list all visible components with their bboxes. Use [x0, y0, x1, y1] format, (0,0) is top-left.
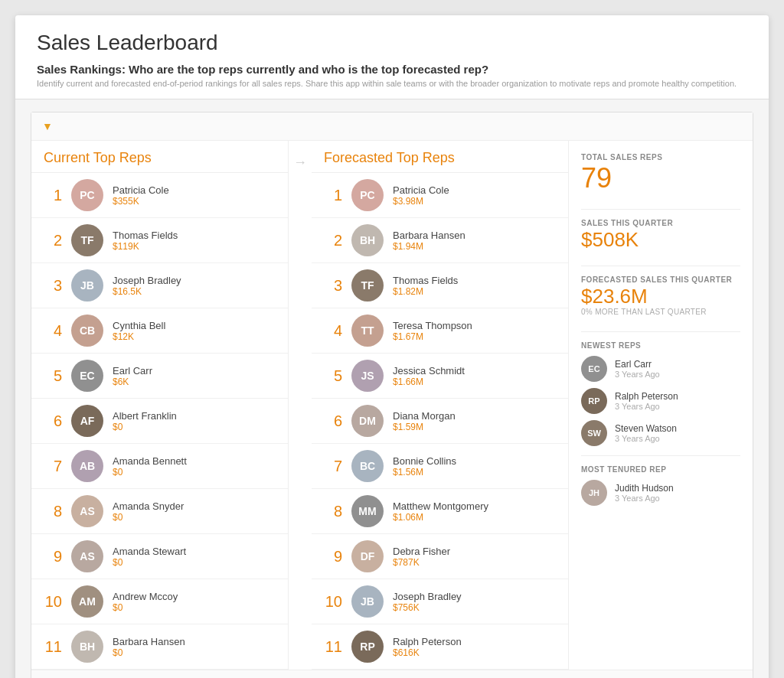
avatar: TF	[71, 224, 103, 256]
avatar: AF	[71, 405, 103, 437]
avatar: JS	[351, 360, 384, 392]
avatar: TT	[351, 315, 384, 347]
rep-rank: 9	[42, 548, 62, 566]
list-item: EC Earl Carr 3 Years Ago	[581, 356, 740, 382]
list-item[interactable]: 8 MM Matthew Montgomery $1.06M	[312, 489, 568, 534]
rep-time: 3 Years Ago	[615, 434, 677, 443]
col-current: Current Top Reps 1 PC Patricia Cole $355…	[31, 141, 289, 670]
rep-name: Albert Franklin	[113, 410, 177, 422]
rep-value: $1.66M	[393, 376, 465, 387]
app-subtitle: Sales Rankings: Who are the top reps cur…	[37, 63, 747, 76]
list-item[interactable]: 9 DF Debra Fisher $787K	[312, 534, 568, 579]
rep-name: Matthew Montgomery	[393, 500, 488, 512]
rep-name: Thomas Fields	[113, 230, 178, 241]
rep-info: Diana Morgan $1.59M	[393, 410, 456, 432]
list-item[interactable]: 2 TF Thomas Fields $119K	[31, 218, 288, 263]
side-rep-info: Ralph Peterson 3 Years Ago	[615, 391, 678, 411]
avatar: EC	[71, 360, 103, 392]
rep-rank: 4	[322, 322, 342, 340]
list-item[interactable]: 10 JB Joseph Bradley $756K	[312, 579, 568, 624]
rep-name: Joseph Bradley	[113, 275, 181, 286]
list-item: SW Steven Watson 3 Years Ago	[581, 420, 740, 446]
forecasted-reps-title: Forecasted Top Reps	[312, 141, 568, 173]
rep-rank: 6	[42, 412, 62, 430]
list-item[interactable]: 1 PC Patricia Cole $355K	[31, 173, 288, 218]
forecasted-sales-label: FORECASTED SALES THIS QUARTER	[581, 275, 740, 284]
total-reps-block: TOTAL SALES REPS 79	[581, 153, 740, 194]
rep-rank: 1	[322, 187, 342, 204]
list-item[interactable]: 4 TT Teresa Thompson $1.67M	[312, 308, 568, 354]
list-item[interactable]: 8 AS Amanda Snyder $0	[31, 489, 288, 534]
list-item[interactable]: 11 RP Ralph Peterson $616K	[312, 624, 568, 670]
list-item[interactable]: 3 TF Thomas Fields $1.82M	[312, 263, 568, 308]
rep-rank: 5	[322, 367, 342, 385]
list-item[interactable]: 4 CB Cynthia Bell $12K	[31, 308, 288, 354]
rep-value: $1.67M	[393, 331, 472, 342]
rep-value: $0	[113, 557, 186, 568]
rep-name: Barbara Hansen	[113, 636, 185, 647]
list-item[interactable]: 11 BH Barbara Hansen $0	[31, 624, 288, 670]
rep-info: Albert Franklin $0	[113, 410, 177, 432]
rep-name: Earl Carr	[113, 365, 152, 376]
list-item[interactable]: 9 AS Amanda Stewart $0	[31, 534, 288, 579]
rep-name: Ralph Peterson	[615, 391, 678, 402]
tenured-title: MOST TENURED REP	[581, 465, 740, 474]
list-item[interactable]: 2 BH Barbara Hansen $1.94M	[312, 218, 568, 263]
rep-info: Thomas Fields $1.82M	[393, 275, 458, 297]
filter-icon[interactable]: ▼	[42, 120, 53, 132]
rep-name: Jessica Schmidt	[393, 365, 465, 376]
rep-info: Ralph Peterson $616K	[393, 636, 462, 658]
rep-info: Barbara Hansen $0	[113, 636, 185, 658]
rep-value: $12K	[113, 331, 165, 342]
rep-rank: 9	[322, 548, 342, 566]
col-forecasted: Forecasted Top Reps 1 PC Patricia Cole $…	[312, 141, 569, 670]
list-item[interactable]: 7 AB Amanda Bennett $0	[31, 444, 288, 489]
list-item[interactable]: 7 BC Bonnie Collins $1.56M	[312, 444, 568, 489]
rep-name: Judith Hudson	[615, 483, 674, 494]
rep-name: Debra Fisher	[393, 546, 450, 557]
rep-rank: 11	[42, 638, 62, 656]
avatar: PC	[71, 179, 103, 211]
rep-value: $3.98M	[393, 196, 449, 207]
avatar: RP	[351, 631, 384, 663]
rep-value: $16.5K	[113, 286, 181, 297]
rep-rank: 3	[42, 277, 62, 295]
list-item[interactable]: 3 JB Joseph Bradley $16.5K	[31, 263, 288, 308]
rep-name: Amanda Bennett	[113, 455, 187, 467]
list-item[interactable]: 6 AF Albert Franklin $0	[31, 399, 288, 444]
avatar: TF	[351, 269, 384, 302]
list-item[interactable]: 6 DM Diana Morgan $1.59M	[312, 399, 568, 444]
list-item[interactable]: 5 JS Jessica Schmidt $1.66M	[312, 354, 568, 399]
side-rep-info: Steven Watson 3 Years Ago	[615, 423, 677, 443]
avatar: AS	[71, 495, 103, 527]
rep-info: Amanda Snyder $0	[113, 500, 184, 523]
avatar: JB	[71, 269, 103, 302]
rep-info: Amanda Stewart $0	[113, 546, 186, 568]
rep-name: Andrew Mccoy	[113, 591, 178, 602]
list-item[interactable]: 10 AM Andrew Mccoy $0	[31, 579, 288, 624]
avatar: AM	[71, 585, 103, 618]
rep-info: Earl Carr $6K	[113, 365, 152, 387]
rep-value: $616K	[393, 647, 462, 658]
rep-name: Patricia Cole	[393, 184, 449, 196]
total-reps-value: 79	[581, 163, 740, 194]
avatar: JB	[351, 585, 384, 618]
tenured-rep: JH Judith Hudson 3 Years Ago	[581, 480, 740, 506]
rep-value: $0	[113, 422, 177, 432]
list-item[interactable]: 5 EC Earl Carr $6K	[31, 354, 288, 399]
avatar: EC	[581, 356, 607, 382]
sales-quarter-value: $508K	[581, 229, 740, 251]
rep-name: Earl Carr	[615, 359, 660, 370]
rep-name: Thomas Fields	[393, 275, 458, 286]
rep-rank: 2	[322, 232, 342, 249]
avatar: DF	[351, 540, 384, 572]
list-item[interactable]: 1 PC Patricia Cole $3.98M	[312, 173, 568, 218]
panel-footer: 👁 21 💬 0 ⊞	[31, 670, 753, 678]
rep-rank: 10	[42, 593, 62, 611]
leaderboard-panel: ▼ Current Top Reps 1 PC Patricia Cole $3…	[31, 112, 753, 678]
avatar: DM	[351, 405, 384, 437]
col-stats: TOTAL SALES REPS 79 SALES THIS QUARTER $…	[569, 141, 753, 670]
rep-info: Andrew Mccoy $0	[113, 591, 178, 613]
panel-header: ▼	[31, 112, 753, 141]
rep-value: $1.82M	[393, 286, 458, 297]
